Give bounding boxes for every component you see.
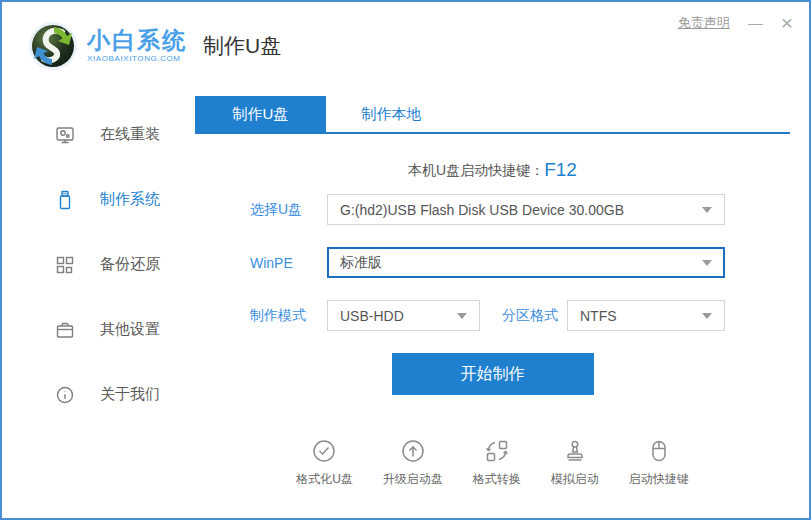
boot-hotkey-line: 本机U盘启动快捷键：F12	[195, 159, 790, 181]
boot-hotkey-label: 本机U盘启动快捷键：	[408, 162, 544, 178]
usb-select[interactable]: G:(hd2)USB Flash Disk USB Device 30.00GB	[327, 194, 725, 225]
convert-icon	[484, 438, 510, 464]
tool-boot-hotkey[interactable]: 启动快捷键	[629, 438, 689, 488]
page-title: 制作U盘	[203, 32, 281, 60]
sidebar: 在线重装 制作系统 备份还原	[2, 90, 195, 488]
sidebar-item-backup-restore[interactable]: 备份还原	[2, 232, 195, 297]
partition-select-label: 分区格式	[502, 307, 567, 325]
chevron-down-icon	[702, 313, 712, 319]
start-area: 开始制作	[195, 353, 790, 395]
mouse-icon	[646, 438, 672, 464]
usb-select-value: G:(hd2)USB Flash Disk USB Device 30.00GB	[340, 202, 624, 218]
tool-format-usb[interactable]: 格式化U盘	[296, 438, 353, 488]
stamp-icon	[562, 438, 588, 464]
sidebar-item-online-reinstall[interactable]: 在线重装	[2, 102, 195, 167]
tool-format-convert[interactable]: 格式转换	[473, 438, 521, 488]
tab-make-local[interactable]: 制作本地	[326, 96, 457, 132]
start-make-button[interactable]: 开始制作	[392, 353, 594, 395]
tool-label: 启动快捷键	[629, 471, 689, 488]
form-row-winpe: WinPE 标准版	[250, 247, 790, 278]
monitor-icon	[54, 124, 76, 146]
usb-form: 选择U盘 G:(hd2)USB Flash Disk USB Device 30…	[195, 194, 790, 331]
partition-select-value: NTFS	[580, 308, 617, 324]
form-row-mode-partition: 制作模式 USB-HDD 分区格式 NTFS	[250, 300, 790, 331]
sidebar-item-label: 在线重装	[100, 125, 160, 144]
tab-make-usb[interactable]: 制作U盘	[195, 96, 326, 132]
usb-drive-icon	[54, 189, 76, 211]
sidebar-item-label: 备份还原	[100, 255, 160, 274]
mode-select-value: USB-HDD	[340, 308, 404, 324]
minimize-button[interactable]: —	[748, 15, 763, 30]
tool-label: 模拟启动	[551, 471, 599, 488]
tool-upgrade-boot-disk[interactable]: 升级启动盘	[383, 438, 443, 488]
logo-subtitle: XIAOBAIXITONG.COM	[87, 55, 187, 64]
tabbar: 制作U盘 制作本地	[195, 96, 790, 134]
main-layout: 在线重装 制作系统 备份还原	[2, 90, 809, 488]
disclaimer-link[interactable]: 免责声明	[678, 14, 730, 32]
chevron-down-icon	[702, 260, 712, 266]
logo-text: 小白系统 XIAOBAIXITONG.COM	[87, 28, 187, 64]
briefcase-icon	[54, 319, 76, 341]
winpe-select-label: WinPE	[250, 255, 327, 271]
chevron-down-icon	[702, 207, 712, 213]
winpe-select[interactable]: 标准版	[327, 247, 725, 278]
sidebar-item-make-system[interactable]: 制作系统	[2, 167, 195, 232]
boot-hotkey-value: F12	[544, 159, 577, 180]
grid-icon	[54, 254, 76, 276]
sidebar-item-label: 其他设置	[100, 320, 160, 339]
sidebar-item-label: 制作系统	[100, 190, 160, 209]
app-window: 免责声明 — × 小白系统 XIAOB	[0, 0, 811, 520]
chevron-down-icon	[457, 313, 467, 319]
titlebar-controls: 免责声明 — ×	[678, 12, 793, 33]
arrow-up-circle-icon	[400, 438, 426, 464]
sidebar-item-label: 关于我们	[100, 385, 160, 404]
tool-simulate-boot[interactable]: 模拟启动	[551, 438, 599, 488]
close-button[interactable]: ×	[781, 12, 793, 33]
logo: 小白系统 XIAOBAIXITONG.COM	[2, 19, 195, 73]
winpe-select-value: 标准版	[340, 254, 382, 272]
footer-tools: 格式化U盘 升级启动盘	[195, 438, 790, 488]
app-logo-icon	[26, 19, 80, 73]
form-row-usb: 选择U盘 G:(hd2)USB Flash Disk USB Device 30…	[250, 194, 790, 225]
sidebar-item-about-us[interactable]: 关于我们	[2, 362, 195, 427]
mode-select-label: 制作模式	[250, 307, 327, 325]
mode-select[interactable]: USB-HDD	[327, 300, 480, 331]
logo-title: 小白系统	[87, 28, 187, 53]
usb-select-label: 选择U盘	[250, 201, 327, 219]
info-icon	[54, 384, 76, 406]
check-circle-icon	[311, 438, 337, 464]
tool-label: 升级启动盘	[383, 471, 443, 488]
tool-label: 格式化U盘	[296, 471, 353, 488]
sidebar-item-other-settings[interactable]: 其他设置	[2, 297, 195, 362]
content-panel: 制作U盘 制作本地 本机U盘启动快捷键：F12 选择U盘 G:(hd2)USB …	[195, 90, 809, 488]
partition-select[interactable]: NTFS	[567, 300, 725, 331]
tool-label: 格式转换	[473, 471, 521, 488]
